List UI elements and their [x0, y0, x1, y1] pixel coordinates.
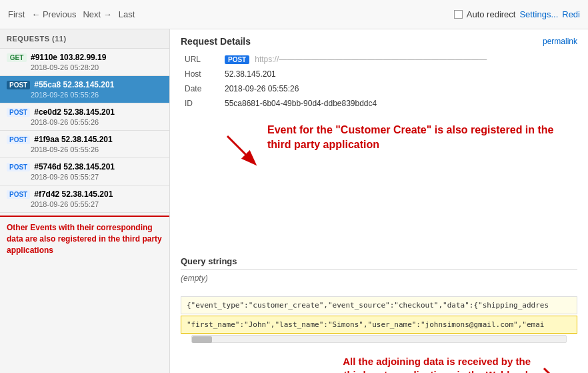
req-top-1: POST #55ca8 52.38.145.201	[7, 80, 163, 89]
section-title: Request Details	[181, 36, 251, 47]
auto-redirect-label: Auto redirect	[467, 9, 516, 19]
req-date-2: 2018-09-26 05:55:26	[7, 118, 163, 126]
req-info-3: #1f9aa 52.38.145.201	[34, 135, 112, 144]
req-date-3: 2018-09-26 05:55:26	[7, 145, 163, 153]
req-top-4: POST #5746d 52.38.145.201	[7, 162, 163, 171]
req-date-0: 2018-09-26 05:28:20	[7, 63, 163, 71]
annotation-bubble: Event for the "Customer Create" is also …	[221, 123, 577, 169]
main-content: Request Details permalink URL POST https…	[170, 29, 588, 373]
bottom-arrow-icon	[537, 362, 577, 373]
table-row-id: ID 55ca8681-6b04-49bb-90d4-ddbe839bddc4	[181, 96, 577, 111]
label-host: Host	[181, 67, 221, 81]
req-date-1: 2018-09-26 05:55:26	[7, 91, 163, 99]
sidebar: REQUESTS (11) GET #9110e 103.82.99.19 20…	[0, 29, 170, 373]
request-details-section: Request Details permalink URL POST https…	[170, 29, 588, 117]
last-link[interactable]: Last	[119, 9, 135, 19]
method-badge-0: GET	[7, 53, 27, 62]
table-row-date: Date 2018-09-26 05:55:26	[181, 81, 577, 96]
req-info-5: #f7d42 52.38.145.201	[34, 190, 113, 199]
req-date-4: 2018-09-26 05:55:27	[7, 173, 163, 181]
svg-line-1	[227, 136, 254, 163]
request-item-1[interactable]: POST #55ca8 52.38.145.201 2018-09-26 05:…	[0, 76, 169, 103]
table-row-host: Host 52.38.145.201	[181, 67, 577, 81]
qs-empty: (empty)	[181, 274, 577, 283]
bottom-annotation-text: All the adjoining data is received by th…	[331, 355, 531, 373]
main-area: REQUESTS (11) GET #9110e 103.82.99.19 20…	[0, 29, 588, 373]
code-block-section: {"event_type":"customer_create","event_s…	[170, 296, 588, 350]
settings-link[interactable]: Settings...	[519, 9, 558, 19]
req-top-3: POST #1f9aa 52.38.145.201	[7, 135, 163, 144]
bottom-annotation-area: All the adjoining data is received by th…	[170, 350, 588, 373]
label-date: Date	[181, 81, 221, 96]
table-row-url: URL POST https://———————————————————————…	[181, 52, 577, 67]
sidebar-annotation: Other Events with their corresponding da…	[0, 216, 169, 261]
request-item-5[interactable]: POST #f7d42 52.38.145.201 2018-09-26 05:…	[0, 185, 169, 213]
qs-title: Query strings	[181, 256, 577, 270]
code-block-0[interactable]: {"event_type":"customer_create","event_s…	[181, 296, 577, 314]
details-table: URL POST https://———————————————————————…	[181, 52, 577, 111]
id-value: 55ca8681-6b04-49bb-90d4-ddbe839bddc4	[221, 96, 577, 111]
previous-link[interactable]: ← Previous	[31, 9, 76, 19]
section-header: Request Details permalink	[181, 36, 577, 47]
svg-line-3	[544, 368, 571, 373]
req-top-5: POST #f7d42 52.38.145.201	[7, 190, 163, 199]
top-navigation-bar: First ← Previous Next → Last Auto redire…	[0, 0, 588, 29]
sidebar-title: REQUESTS (11)	[0, 29, 169, 49]
next-link[interactable]: Next →	[83, 9, 111, 19]
url-row: POST https://——————————————————————————	[225, 55, 573, 64]
method-badge-5: POST	[7, 190, 30, 199]
label-id: ID	[181, 96, 221, 111]
request-item-0[interactable]: GET #9110e 103.82.99.19 2018-09-26 05:28…	[0, 49, 169, 76]
method-badge-4: POST	[7, 163, 30, 171]
req-info-4: #5746d 52.38.145.201	[34, 162, 115, 171]
date-value: 2018-09-26 05:55:26	[221, 81, 577, 96]
method-badge-2: POST	[7, 108, 30, 117]
method-badge-1: POST	[7, 81, 30, 89]
label-url: URL	[181, 52, 221, 67]
url-post-badge: POST	[225, 55, 249, 64]
req-date-5: 2018-09-26 05:55:27	[7, 200, 163, 208]
red-arrow-icon	[221, 129, 261, 169]
req-info-1: #55ca8 52.38.145.201	[34, 80, 114, 89]
permalink-link[interactable]: permalink	[543, 37, 577, 46]
host-value: 52.38.145.201	[221, 67, 577, 81]
code-block-1[interactable]: "first_name":"John","last_name":"Simons"…	[181, 316, 577, 334]
scrollbar-thumb	[192, 336, 212, 343]
annotation-area: Event for the "Customer Create" is also …	[170, 123, 588, 169]
req-info-0: #9110e 103.82.99.19	[31, 53, 106, 62]
annotation-text: Event for the "Customer Create" is also …	[267, 123, 577, 151]
req-top-2: POST #ce0d2 52.38.145.201	[7, 107, 163, 117]
auto-redirect-area: Auto redirect Settings... Redi	[454, 9, 580, 19]
request-item-3[interactable]: POST #1f9aa 52.38.145.201 2018-09-26 05:…	[0, 131, 169, 158]
request-item-4[interactable]: POST #5746d 52.38.145.201 2018-09-26 05:…	[0, 158, 169, 185]
url-value: https://——————————————————————————	[255, 55, 573, 64]
first-link[interactable]: First	[8, 9, 25, 19]
scrollbar-area[interactable]	[191, 335, 567, 343]
req-top-0: GET #9110e 103.82.99.19	[7, 53, 163, 62]
query-strings-section: Query strings (empty)	[170, 250, 588, 290]
redi-link[interactable]: Redi	[562, 9, 580, 19]
method-badge-3: POST	[7, 135, 30, 144]
auto-redirect-checkbox[interactable]	[454, 10, 463, 19]
req-info-2: #ce0d2 52.38.145.201	[34, 107, 115, 117]
request-item-2[interactable]: POST #ce0d2 52.38.145.201 2018-09-26 05:…	[0, 103, 169, 131]
